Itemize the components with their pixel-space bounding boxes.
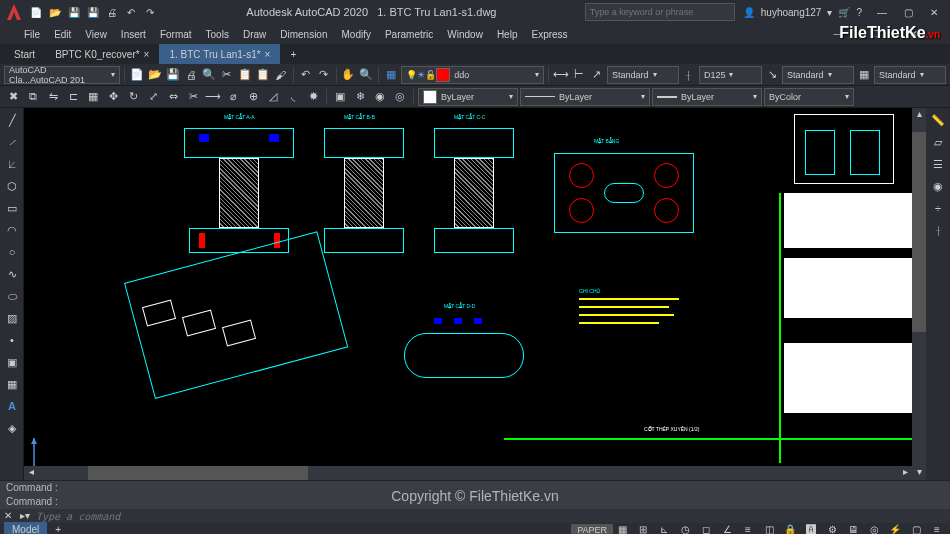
dimstyle-dropdown[interactable]: Standard▾ [607,66,679,84]
layeriso-icon[interactable]: ▣ [331,88,349,106]
block-icon[interactable]: ▣ [2,352,22,372]
region-icon[interactable]: ◈ [2,418,22,438]
copy-icon[interactable]: ⧉ [24,88,42,106]
minimize-button[interactable]: — [870,2,894,22]
move-icon[interactable]: ✥ [104,88,122,106]
cleanscreen-icon[interactable]: ▢ [907,521,925,535]
divide-icon[interactable]: ÷ [928,198,948,218]
mirror-icon[interactable]: ⇋ [44,88,62,106]
tablestyle-dropdown[interactable]: Standard▾ [874,66,946,84]
table-icon[interactable]: ▦ [2,374,22,394]
linetype-dropdown[interactable]: ByLayer▾ [520,88,650,106]
menu-edit[interactable]: Edit [54,29,71,40]
menu-modify[interactable]: Modify [342,29,371,40]
multileader-icon[interactable]: ↘ [764,66,780,84]
preview-icon[interactable]: 🔍 [201,66,217,84]
dim-icon[interactable]: ⟊ [681,66,697,84]
array-icon[interactable]: ▦ [84,88,102,106]
menu-format[interactable]: Format [160,29,192,40]
chamfer-icon[interactable]: ◿ [264,88,282,106]
paper-space-button[interactable]: PAPER [571,524,613,535]
point-icon[interactable]: • [2,330,22,350]
customize-icon[interactable]: ≡ [928,521,946,535]
saveas-icon[interactable]: 💾 [85,4,101,20]
area-icon[interactable]: ▱ [928,132,948,152]
copy-icon[interactable]: 📋 [237,66,253,84]
mleaderstyle-dropdown[interactable]: Standard▾ [782,66,854,84]
id-icon[interactable]: ◉ [928,176,948,196]
open-icon[interactable]: 📂 [47,4,63,20]
new-icon[interactable]: 📄 [28,4,44,20]
lineweight-dropdown[interactable]: ByLayer▾ [652,88,762,106]
erase-icon[interactable]: ✖ [4,88,22,106]
menu-dimension[interactable]: Dimension [280,29,327,40]
vertical-scrollbar[interactable]: ▴ ▾ [912,108,926,480]
undo-icon[interactable]: ↶ [123,4,139,20]
zoom-icon[interactable]: 🔍 [358,66,374,84]
pan-icon[interactable]: ✋ [341,66,357,84]
extend-icon[interactable]: ⟶ [204,88,222,106]
menu-parametric[interactable]: Parametric [385,29,433,40]
workspace-icon[interactable]: ⚙ [823,521,841,535]
redo-icon[interactable]: ↷ [142,4,158,20]
close-icon[interactable]: × [265,49,271,60]
new-icon[interactable]: 📄 [129,66,145,84]
stretch-icon[interactable]: ⇔ [164,88,182,106]
layeron-icon[interactable]: ◎ [391,88,409,106]
layer-dropdown[interactable]: 💡 ☀ 🔓 ddo ▾ [401,66,544,84]
tab-start[interactable]: Start [4,44,45,64]
scale-icon[interactable]: ⤢ [144,88,162,106]
rotate-icon[interactable]: ↻ [124,88,142,106]
fillet-icon[interactable]: ◟ [284,88,302,106]
line-icon[interactable]: ╱ [2,110,22,130]
xline-icon[interactable]: ⟋ [2,132,22,152]
drawing-canvas[interactable]: MẶT CẮT A-A MẶT CẮT B-B MẶT CẮT C-C MẶT … [24,108,912,480]
menu-insert[interactable]: Insert [121,29,146,40]
ortho-icon[interactable]: ⊾ [655,521,673,535]
ellipse-icon[interactable]: ⬭ [2,286,22,306]
grid-icon[interactable]: ▦ [613,521,631,535]
transparency-icon[interactable]: ◫ [760,521,778,535]
user-area[interactable]: 👤 huyhoang127 ▾ 🛒 ? [743,7,862,18]
menu-window[interactable]: Window [447,29,483,40]
polygon-icon[interactable]: ⬡ [2,176,22,196]
workspace-dropdown[interactable]: AutoCAD Cla...AutoCAD 201▾ [4,66,120,84]
cut-icon[interactable]: ✂ [219,66,235,84]
tab-recover[interactable]: BPTC K0_recover* × [45,44,159,64]
distance-icon[interactable]: 📏 [928,110,948,130]
close-icon[interactable]: × [144,49,150,60]
hardwareaccel-icon[interactable]: ⚡ [886,521,904,535]
help-icon[interactable]: ? [856,7,862,18]
redo-icon[interactable]: ↷ [316,66,332,84]
paste-icon[interactable]: 📋 [255,66,271,84]
open-icon[interactable]: 📂 [147,66,163,84]
spline-icon[interactable]: ∿ [2,264,22,284]
save-icon[interactable]: 💾 [165,66,181,84]
menu-file[interactable]: File [24,29,40,40]
arc-icon[interactable]: ◠ [2,220,22,240]
dim-d125-dropdown[interactable]: D125▾ [699,66,762,84]
search-input[interactable] [585,3,735,21]
dim-continue-icon[interactable]: ⊢ [571,66,587,84]
measure-icon[interactable]: ⟊ [928,220,948,240]
polyline-icon[interactable]: ⟀ [2,154,22,174]
trim-icon[interactable]: ✂ [184,88,202,106]
osnap-icon[interactable]: ◻ [697,521,715,535]
model-tab[interactable]: Model [4,522,47,534]
lwt-icon[interactable]: ≡ [739,521,757,535]
table-icon[interactable]: ▦ [856,66,872,84]
mtext-icon[interactable]: A [2,396,22,416]
undo-icon[interactable]: ↶ [298,66,314,84]
otrack-icon[interactable]: ∠ [718,521,736,535]
explode-icon[interactable]: ✸ [304,88,322,106]
list-icon[interactable]: ☰ [928,154,948,174]
match-icon[interactable]: 🖌 [273,66,289,84]
offset-icon[interactable]: ⊏ [64,88,82,106]
layerfrz-icon[interactable]: ❄ [351,88,369,106]
menu-tools[interactable]: Tools [206,29,229,40]
hatch-icon[interactable]: ▨ [2,308,22,328]
new-tab-button[interactable]: + [280,44,306,64]
dim-leader-icon[interactable]: ↗ [589,66,605,84]
tab-current[interactable]: 1. BTC Tru Lan1-s1* × [159,44,280,64]
join-icon[interactable]: ⊕ [244,88,262,106]
